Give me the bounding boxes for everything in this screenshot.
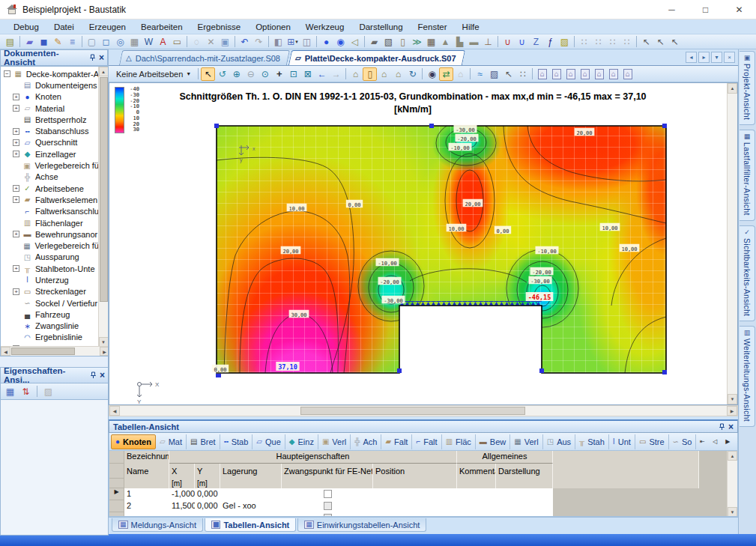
table-tab-fläc-10[interactable]: ▥Fläc [442,434,476,449]
bottom-tab-einwirkungstabellen-ansicht[interactable]: ▦Einwirkungstabellen-Ansicht [297,518,426,532]
layout-house-1-icon[interactable]: ⌂ [535,67,549,81]
row-selector[interactable] [109,500,124,512]
tab-nav-2[interactable]: ▾ [711,52,722,63]
minimize-button[interactable]: ─ [655,0,689,19]
column-header-y[interactable]: Y [195,464,220,479]
new-project-icon[interactable]: ▤ [3,35,17,49]
footing-icon[interactable]: ▲ [438,35,453,49]
close-panel-icon[interactable]: × [99,52,104,63]
copy-icon[interactable]: ▣ [218,35,232,49]
row-selector[interactable]: ▶ [109,488,124,500]
table-tab-unt-15[interactable]: ⅠUnt [609,434,635,449]
node-pair-2-icon[interactable]: ∷ [591,35,605,49]
tree-item-verlegebereich-f-[interactable]: ▣Verlegebereich fü [1,160,99,171]
bottom-tab-meldungs-ansicht[interactable]: ▦Meldungs-Ansicht [112,518,203,532]
slab-icon[interactable]: ▬ [467,35,481,49]
prop-tool-icon[interactable]: ⊥ [481,35,495,49]
column-header-x[interactable]: X [169,464,195,479]
export-pdf-icon[interactable]: A [156,35,170,49]
select-mode-2-icon[interactable]: ↖ [653,35,668,49]
tree-item-querschnitt[interactable]: +▱Querschnitt [1,137,99,148]
table-tab-aus-13[interactable]: ◳Aus [543,434,575,449]
table-tab-stab-3[interactable]: ╍Stab [220,434,253,449]
menu-optionen[interactable]: Optionen [248,21,298,33]
node-pair-4-icon[interactable]: ∷ [620,35,634,49]
grid-cell[interactable]: Gel - xoo [220,500,282,512]
pan-icon[interactable]: + [272,67,286,81]
new-page-icon[interactable]: ▢ [85,35,99,49]
fe-net-checkbox[interactable] [324,490,332,498]
tree-item-dokumenteigens[interactable]: ▤Dokumenteigens [1,79,99,91]
canvas-horizontal-scrollbar[interactable]: ◀▶ [109,405,738,416]
menu-bearbeiten[interactable]: Bearbeiten [133,21,190,33]
menu-werkzeug[interactable]: Werkzeug [298,21,352,33]
table-tab-ach-7[interactable]: ╬Ach [351,434,381,449]
tree-item-decke-kompakter-a[interactable]: −▦Decke-kompakter-A [1,68,99,79]
dock-tab-sichtbarkeits-ansicht[interactable]: ✓Sichtbarkeits-Ansicht [740,225,755,321]
tree-expander[interactable]: + [13,128,19,135]
redo-icon[interactable]: ↷ [252,35,266,49]
archive-icon[interactable]: ▭ [170,35,184,49]
table-tab-mat-1[interactable]: ▱Mat [156,434,187,449]
pin-icon[interactable] [89,54,96,61]
window-layout-icon[interactable]: ◫ [300,35,314,49]
close-panel-icon[interactable]: × [100,370,105,380]
grid-cell[interactable]: 2 [124,500,169,512]
sort-az-icon[interactable]: ⇅ [19,385,33,398]
select-mode-3-icon[interactable]: ↖ [668,35,682,49]
column-icon[interactable]: ▯ [396,35,410,49]
close-button[interactable]: ✕ [722,0,756,19]
maximize-button[interactable]: □ [689,0,722,19]
menu-ergebnisse[interactable]: Ergebnisse [190,21,249,33]
tree-item-unterzug[interactable]: ⅠUnterzug [1,274,99,285]
zoom-selection-icon[interactable]: ⊙ [258,67,272,81]
tree-item-stabanschluss[interactable]: +╍Stabanschluss [1,125,99,136]
grid-cell[interactable] [496,488,553,500]
layout-house-7-icon[interactable]: ⌂ [620,67,635,81]
tree-item-fl-chenlager[interactable]: ▥Flächenlager [1,217,99,228]
view-previous-icon[interactable]: ← [315,67,329,81]
grid-cell[interactable]: -1,000 [169,488,195,500]
document-tab-1[interactable]: ▱Platte\Decke-kompakter-Ausdruck.S07 [288,50,466,65]
table-tab-stah-14[interactable]: ╥Stah [575,434,609,449]
menu-datei[interactable]: Datei [46,21,82,33]
tree-item-achse[interactable]: ╬Achse [1,172,99,183]
column-header-name[interactable]: Name [124,464,169,479]
tree-item-streckenlager[interactable]: +▭Streckenlager [1,286,99,297]
document-tab-0[interactable]: △Dach\Sparrendach-mit-Zusatzlager.S08 [119,50,290,65]
mesh-icon[interactable]: ▦ [424,35,438,49]
properties-icon[interactable]: ◧ [271,35,285,49]
tree-horizontal-scrollbar[interactable]: ◀ ▶ [1,346,109,356]
canvas-vertical-scrollbar[interactable]: ▲▼ [727,83,737,404]
view-top-icon[interactable]: ⌂ [377,67,391,81]
record-first-button[interactable]: ⇤ [696,436,708,448]
tab-nav-0[interactable]: ◂ [686,52,697,63]
grid-cell[interactable]: 11,500 [169,500,195,512]
table-tab-knoten-0[interactable]: ●Knoten [111,434,156,449]
tree-expander[interactable]: + [13,139,19,146]
column-header-position[interactable]: Position [373,464,457,479]
menu-darstellung[interactable]: Darstellung [351,21,410,33]
comments-icon[interactable]: ≡ [65,35,79,49]
table-tab-verl-12[interactable]: ▦Verl [510,434,542,449]
grid-cell[interactable]: 0,000 [195,500,220,512]
table-tab-bew-11[interactable]: ▬Bew [476,434,510,449]
tree-item-zwangslinie[interactable]: ∗Zwangslinie [1,321,99,332]
table-tab-so-17[interactable]: ∽So [669,434,697,449]
tree-expander[interactable]: + [13,196,19,203]
polygon-icon[interactable]: ▰ [367,35,381,49]
tree-item-faltwerkselemen[interactable]: +▰Faltwerkselemen [1,194,99,205]
tree-item-bewehrungsanor[interactable]: +▬Bewehrungsanor [1,228,99,240]
fx-function-icon[interactable]: ƒ [543,35,557,49]
categorized-icon[interactable]: ▦ [3,385,17,398]
surface-toggle-icon[interactable]: ▨ [557,35,572,49]
grid-cell[interactable] [496,500,553,512]
tree-item-brettsperrholz[interactable]: ▤Brettsperrholz [1,114,99,125]
home-disabled-icon[interactable]: ⌂ [453,67,468,81]
tree-item-arbeitsebene[interactable]: +✓Arbeitsebene [1,183,99,194]
select-mode-1-icon[interactable]: ↖ [639,35,653,49]
render-mode-icon[interactable]: ◉ [425,67,439,81]
support-elastic-icon[interactable]: ∪ [515,35,529,49]
tab-nav-1[interactable]: ▸ [698,52,710,63]
plate-copy-icon[interactable]: ▙ [453,35,467,49]
